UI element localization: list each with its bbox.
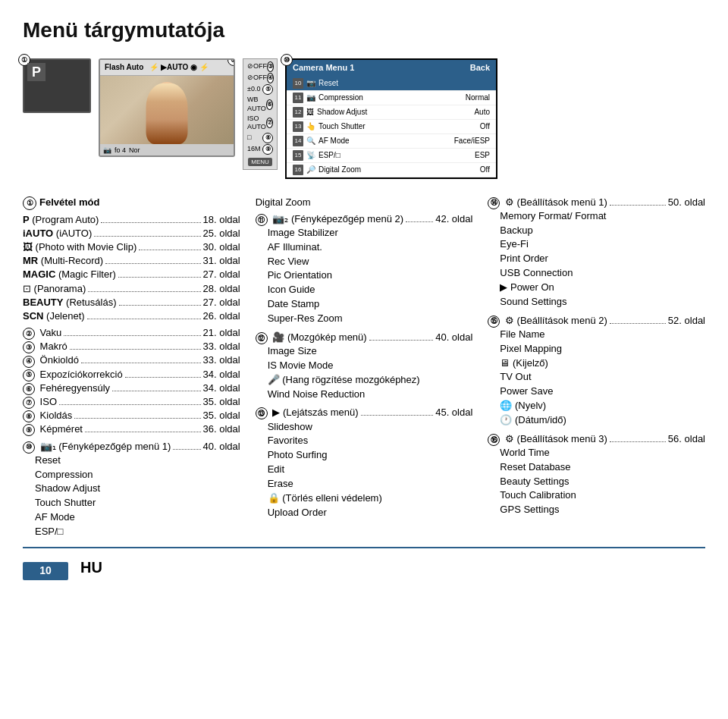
lejatszas-slideshow: Slideshow — [256, 420, 473, 435]
dots-beall2 — [610, 323, 666, 324]
menu1-sub-esp: ESP/□ — [23, 525, 240, 539]
camera-ui-section: ① P Flash Auto ⚡ ▶AUTO ◉ ⚡ ② 📷 fo 4 Nor — [23, 58, 705, 178]
item-mozgokep-text: ⑫ 🎥 (Mozgókép menü) — [256, 331, 367, 344]
circle-11: ⑪ — [256, 214, 268, 226]
circle-7: ⑦ — [23, 397, 35, 409]
menu-label-shadow: Shadow Adjust — [317, 107, 367, 118]
menu-icon-compression: 📷 — [306, 93, 315, 103]
dots-expozicio — [125, 377, 201, 378]
item-lejatszas-page: 45. oldal — [435, 406, 472, 419]
page-number: 10 — [39, 564, 52, 579]
icon-9-sym: 16M — [247, 145, 261, 154]
item-makro: ③ Makró 33. oldal — [23, 340, 240, 353]
page-container: Menü tárgymutatója ① P Flash Auto ⚡ ▶AUT… — [0, 0, 728, 595]
menu-row-reset: 10 📷 Reset — [287, 77, 496, 91]
menu1-sub-compression: Compression — [23, 468, 240, 482]
camera-screen-p: ① P — [23, 58, 91, 113]
item-expozicio-text: ⑤ Expozíciókorrekció — [23, 368, 123, 381]
section-vaku: ② Vaku 21. oldal ③ Makró 33. oldal ④ Önk… — [23, 326, 240, 437]
menu1-sub-shadow: Shadow Adjust — [23, 482, 240, 496]
menu1-sub-reset: Reset — [23, 454, 240, 468]
item-iso-page: 35. oldal — [203, 395, 240, 409]
menu-label-touch: Touch Shutter — [318, 121, 366, 132]
menu-icon-shadow: 🖼 — [306, 107, 314, 118]
item-feheregy-text: ⑥ Fehéregyensúly — [23, 381, 110, 395]
item-jelenet: SCN (Jelenet) 26. oldal — [23, 309, 240, 323]
icons-column: ⊘OFF ③ ⊘OFF ④ ±0.0 ⑤ WB AUTO ⑥ ISO AUTO … — [243, 58, 278, 169]
section-felvetel-mod: ① Felvétel mód P (Program Auto) 18. olda… — [23, 196, 240, 324]
menu-value-touch: Off — [480, 121, 490, 132]
item-kepmeret-text: ⑨ Képméret — [23, 422, 83, 436]
item-jelenet-text: SCN (Jelenet) — [23, 309, 85, 323]
bottom-icon-3: Nor — [129, 146, 140, 155]
item-iauto-text: iAUTO (iAUTO) — [23, 227, 92, 240]
icon-num-9: ⑨ — [262, 144, 273, 155]
circle-8: ⑧ — [23, 410, 35, 422]
section-header-1: ① Felvétel mód — [23, 196, 240, 210]
icon-num-3: ③ — [267, 61, 274, 72]
icon-5-sym: ±0.0 — [247, 85, 260, 94]
item-beall3-header: ⑯ ⚙ (Beállítások menü 3) 56. oldal — [488, 432, 705, 446]
mozgokep-hang: 🎤 (Hang rögzítése mozgóképhez) — [256, 373, 473, 388]
flash-bottom-bar: 📷 fo 4 Nor — [100, 144, 234, 157]
menu2-pic-orientation: Pic Orientation — [256, 268, 473, 283]
item-panorama-page: 28. oldal — [203, 282, 240, 296]
item-feheregy-page: 34. oldal — [203, 381, 240, 395]
menu-row-digitalzoom: 16 🔎 Digital Zoom Off — [287, 163, 496, 177]
lejatszas-erase: Erase — [256, 477, 473, 491]
dots-onkioldo — [81, 363, 201, 363]
menu-row-compression: 11 📷 Compression Normal — [287, 91, 496, 105]
mozgokep-is-mode: IS Movie Mode — [256, 359, 473, 373]
dots-kepmeret — [85, 432, 201, 432]
beall1-backup: Backup — [488, 224, 705, 238]
dots-photo-clip — [139, 250, 200, 250]
icon-7-sym: ISO AUTO — [247, 115, 266, 132]
circle-13: ⑬ — [256, 407, 268, 419]
beall2-pixel-mapping: Pixel Mapping — [488, 342, 705, 356]
beall2-power-save: Power Save — [488, 385, 705, 399]
item-multi-record-page: 31. oldal — [203, 254, 240, 268]
icon-row-6: WB AUTO ⑥ — [247, 96, 273, 113]
item-beall2-page: 52. oldal — [668, 314, 705, 328]
item-multi-record: MR (Multi-Record) 31. oldal — [23, 254, 240, 268]
menu-icon-touch: 👆 — [306, 121, 315, 132]
menu1-sub-touch: Touch Shutter — [23, 496, 240, 510]
dots-panorama — [88, 291, 200, 292]
circle-16: ⑯ — [488, 434, 500, 446]
item-menu1-page: 40. oldal — [203, 440, 240, 454]
dots-jelenet — [87, 319, 201, 319]
section-menu1: ⑩ 📷₁ (Fényképezőgép menü 1) 40. oldal Re… — [23, 440, 240, 539]
item-program-auto-page: 18. oldal — [203, 213, 240, 227]
item-kepmeret: ⑨ Képméret 36. oldal — [23, 422, 240, 436]
item-onkioldo-page: 33. oldal — [203, 353, 240, 367]
lejatszas-photo-surfing: Photo Surfing — [256, 448, 473, 463]
item-photo-clip-page: 30. oldal — [203, 240, 240, 254]
menu-value-af: Face/iESP — [454, 136, 490, 146]
icon-num-4: ④ — [267, 73, 274, 83]
icon-3-sym: ⊘OFF — [247, 62, 267, 71]
lejatszas-favorites: Favorites — [256, 434, 473, 448]
item-onkioldo-text: ④ Önkioldó — [23, 353, 79, 367]
item-retusalas-page: 27. oldal — [203, 296, 240, 309]
menu-icon-esp: 📡 — [306, 150, 315, 161]
circle-2: ② — [23, 328, 35, 340]
icon-row-9: 16M ⑨ — [247, 144, 273, 155]
item-retusalas-text: BEAUTY (Retusálás) — [23, 296, 117, 309]
beall1-power-on: ▶ Power On — [488, 281, 705, 295]
icon-8-sym: □ — [247, 133, 251, 143]
menu2-af-illuminat: AF Illuminat. — [256, 240, 473, 255]
item-iso-text: ⑦ ISO — [23, 395, 57, 409]
icon-4-sym: ⊘OFF — [247, 74, 267, 83]
item-lejatszas-text: ⑬ ▶ (Lejátszás menü) — [256, 406, 359, 419]
menu1-sub-af: AF Mode — [23, 510, 240, 525]
section-beallitasok1: ⑭ ⚙ (Beállítások menü 1) 50. oldal Memor… — [488, 196, 705, 309]
beall3-gps-settings: GPS Settings — [488, 503, 705, 517]
menu2-image-stabilizer: Image Stabilizer — [256, 226, 473, 240]
section-title-1: Felvétel mód — [39, 196, 99, 209]
circle-4: ④ — [23, 356, 35, 368]
mozgokep-image-size: Image Size — [256, 344, 473, 359]
menu2-date-stamp: Date Stamp — [256, 297, 473, 312]
item-makro-text: ③ Makró — [23, 340, 67, 353]
section-menu2: ⑪ 📷₂ (Fényképezőgép menü 2) 42. oldal Im… — [256, 212, 473, 326]
beall2-datum: 🕐 (Dátum/idő) — [488, 413, 705, 428]
